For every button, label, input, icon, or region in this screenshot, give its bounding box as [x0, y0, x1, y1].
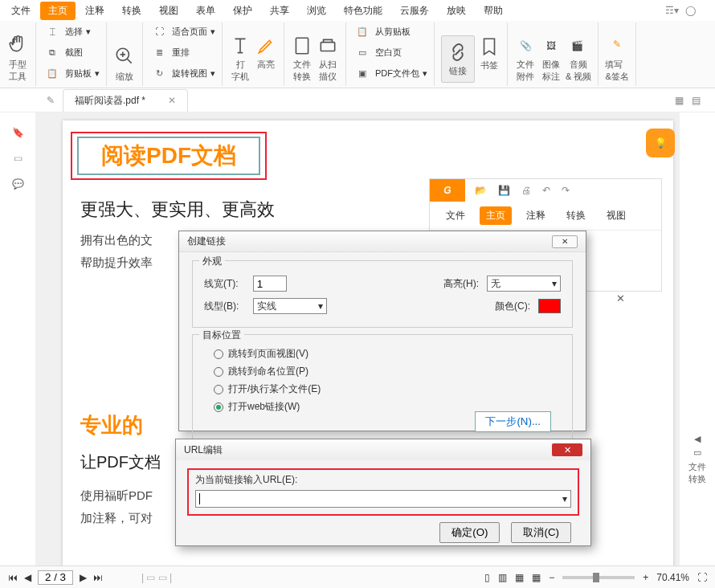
mini-tab-view[interactable]: 视图	[600, 206, 632, 225]
search-dropdown-icon[interactable]: ☶▾	[665, 5, 679, 16]
right-sidebar: ◀ ▭ 文件 转换	[680, 112, 715, 562]
view-facing-icon[interactable]: ▦	[515, 572, 524, 583]
scanner-icon[interactable]	[317, 35, 339, 57]
menu-browse[interactable]: 浏览	[299, 2, 334, 20]
reflow-button[interactable]: ≣重排	[149, 43, 215, 62]
fileconv-icon[interactable]	[291, 35, 313, 57]
zoom-out-icon[interactable]: −	[549, 572, 554, 583]
mini-redo-icon[interactable]: ↷	[562, 185, 570, 196]
mini-undo-icon[interactable]: ↶	[542, 185, 550, 196]
fromclip-button[interactable]: 📋从剪贴板	[353, 22, 427, 41]
menu-feature[interactable]: 特色功能	[336, 2, 390, 20]
last-page-icon[interactable]: ⏭	[93, 572, 103, 583]
view-cont-icon[interactable]: ▥	[498, 572, 507, 583]
radio-pageview[interactable]: 跳转到页面视图(V)	[214, 347, 561, 361]
grid-icon[interactable]: ▦	[675, 95, 684, 106]
attach-icon[interactable]: 📎	[514, 35, 537, 57]
zoom-label: 缩放	[116, 71, 133, 83]
menu-home[interactable]: 主页	[40, 2, 76, 20]
fillsign-icon[interactable]: ✎	[606, 33, 628, 55]
dialog1-close-icon[interactable]: ✕	[552, 235, 578, 248]
doc-subtitle: 更强大、更实用、更高效	[80, 198, 275, 222]
link-button[interactable]: 链接	[441, 35, 475, 83]
zoom-slider[interactable]	[562, 576, 635, 579]
select-button[interactable]: ⌶选择 ▾	[43, 22, 100, 41]
comments-panel-icon[interactable]: 💬	[12, 178, 24, 190]
rightbar-fileconv-icon[interactable]: ▭	[693, 447, 701, 458]
blank-icon: ▭	[353, 43, 372, 62]
menu-form[interactable]: 表单	[188, 2, 223, 20]
tips-bulb-icon[interactable]: 💡	[646, 129, 675, 157]
bookmark-icon[interactable]	[478, 35, 500, 58]
dialog2-close-icon[interactable]: ✕	[552, 443, 582, 456]
menu-annot[interactable]: 注释	[77, 2, 112, 20]
mini-close-icon[interactable]: ✕	[616, 292, 625, 304]
menu-slideshow[interactable]: 放映	[439, 2, 474, 20]
imgannot-icon[interactable]: 🖼	[540, 35, 562, 57]
highlight-icon[interactable]	[255, 35, 277, 57]
menu-share[interactable]: 共享	[262, 2, 297, 20]
mini-logo-icon: G	[430, 179, 465, 202]
reflow-icon: ≣	[149, 43, 169, 62]
clipboard-button[interactable]: 📋剪贴板 ▾	[43, 63, 100, 83]
menu-view[interactable]: 视图	[151, 2, 186, 20]
first-page-icon[interactable]: ⏮	[8, 572, 18, 583]
menu-cloud[interactable]: 云服务	[392, 2, 437, 20]
typewriter-icon[interactable]	[229, 35, 251, 57]
linewidth-input[interactable]	[253, 276, 287, 292]
screenshot-button[interactable]: ⧉截图	[43, 43, 100, 62]
radio-file[interactable]: 打开/执行某个文件(E)	[214, 382, 561, 396]
zoom-icon[interactable]	[113, 45, 136, 67]
header-circle-icon[interactable]: ◯	[685, 5, 696, 16]
linetype-label: 线型(B):	[204, 300, 239, 313]
fitpage-button[interactable]: ⛶适合页面 ▾	[149, 22, 215, 41]
bookmark-panel-icon[interactable]: 🔖	[12, 127, 24, 138]
clipboard-icon: 📋	[43, 63, 62, 83]
cancel-button[interactable]: 取消(C)	[511, 522, 571, 543]
doc-text-5: 加注释，可对	[80, 511, 153, 526]
url-edit-dialog: URL编辑 ✕ 为当前链接输入URL(E): ▾ 确定(O) 取消(C)	[175, 439, 591, 546]
hand-tool-icon[interactable]	[6, 33, 29, 55]
mini-tab-file[interactable]: 文件	[439, 206, 472, 225]
linetype-select[interactable]: 实线▾	[253, 298, 327, 314]
radio-named[interactable]: 跳转到命名位置(P)	[214, 365, 561, 378]
pdfpack-button[interactable]: ▣PDF文件包 ▾	[353, 63, 427, 83]
right-expand-icon[interactable]: ◀	[694, 434, 701, 444]
menu-convert[interactable]: 转换	[114, 2, 149, 20]
next-button[interactable]: 下一步(N)...	[475, 411, 551, 432]
dialog2-title: URL编辑	[184, 443, 223, 457]
url-label: 为当前链接输入URL(E):	[195, 473, 571, 487]
mini-tab-annot[interactable]: 注释	[520, 206, 552, 225]
fullscreen-icon[interactable]: ⛶	[697, 572, 707, 583]
mini-tab-home[interactable]: 主页	[480, 206, 512, 225]
av-icon[interactable]: 🎬	[566, 35, 588, 57]
mini-tab-convert[interactable]: 转换	[560, 206, 592, 225]
mini-save-icon[interactable]: 💾	[498, 185, 510, 196]
panel-icon[interactable]: ▤	[692, 95, 701, 106]
dialog1-title: 创建链接	[187, 235, 226, 248]
zoom-in-icon[interactable]: +	[643, 572, 648, 583]
next-page-icon[interactable]: ▶	[80, 572, 87, 583]
color-swatch[interactable]	[538, 299, 561, 313]
prev-page-icon[interactable]: ◀	[24, 572, 31, 583]
mini-print-icon[interactable]: 🖨	[521, 185, 531, 196]
rotate-button[interactable]: ↻旋转视图 ▾	[149, 63, 215, 83]
link-annotation-box[interactable]: 阅读PDF文档	[77, 137, 260, 175]
menu-file[interactable]: 文件	[3, 2, 39, 20]
left-sidebar: 🔖 ▭ 💬	[0, 112, 35, 562]
pages-panel-icon[interactable]: ▭	[14, 153, 22, 164]
url-input[interactable]: ▾	[195, 490, 571, 508]
pencil-icon[interactable]: ✎	[47, 95, 55, 106]
ok-button[interactable]: 确定(O)	[439, 522, 500, 543]
tab-close-icon[interactable]: ✕	[168, 95, 176, 106]
mini-open-icon[interactable]: 📂	[475, 185, 487, 196]
file-tab[interactable]: 福昕阅读器.pdf * ✕	[63, 89, 188, 112]
menu-protect[interactable]: 保护	[225, 2, 260, 20]
chevron-down-icon: ▾	[318, 300, 323, 312]
menu-help[interactable]: 帮助	[476, 2, 511, 20]
page-input[interactable]	[38, 570, 73, 585]
blankpage-button[interactable]: ▭空白页	[353, 43, 427, 62]
view-contfacing-icon[interactable]: ▦	[532, 572, 541, 583]
highlight-select[interactable]: 无▾	[487, 276, 561, 292]
view-single-icon[interactable]: ▯	[484, 572, 490, 583]
